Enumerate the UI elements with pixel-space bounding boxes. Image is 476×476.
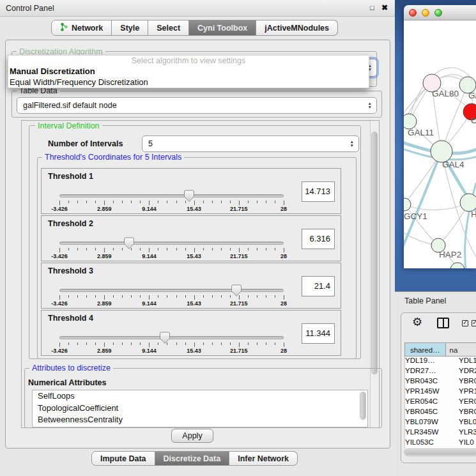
threshold-value-field[interactable]: 6.316	[302, 229, 335, 249]
column-header-shared-name[interactable]: shared…	[404, 342, 446, 357]
control-panel: Control Panel □ ✖ Network Style Select C…	[0, 0, 395, 476]
slider-tick	[86, 248, 87, 250]
network-window-titlebar	[404, 5, 476, 20]
table-cell-name: YER0	[456, 397, 476, 408]
GAL4-node[interactable]	[431, 141, 452, 162]
slider-tick	[230, 295, 231, 298]
table-row[interactable]: YDR27…YDR2	[404, 367, 476, 377]
slider-tick	[194, 295, 195, 300]
table-row[interactable]: YDL19…YDL1	[404, 357, 476, 367]
node-label: H	[471, 210, 476, 219]
threshold-slider-thumb[interactable]	[231, 284, 242, 297]
slider-tick-label: -3.426	[45, 348, 73, 354]
combo-arrows-icon: ▲▼	[368, 98, 372, 113]
GAL11-node[interactable]	[404, 114, 417, 129]
slider-tick	[185, 342, 186, 345]
network-edge	[404, 203, 469, 210]
threshold-slider-thumb[interactable]	[160, 332, 170, 344]
checkbox-icon[interactable]	[472, 320, 476, 326]
tab-jactivemnodules[interactable]: jActiveMNodules	[256, 20, 338, 36]
table-row[interactable]: YIL053CYIL0	[404, 438, 476, 449]
settings-vertical-scrollbar-thumb[interactable]	[371, 132, 378, 374]
table-row[interactable]: YLR345WYLR3	[404, 428, 476, 438]
tab-select[interactable]: Select	[148, 20, 189, 36]
tab-infer-network[interactable]: Infer Network	[229, 451, 298, 466]
number-of-intervals-value: 5	[148, 139, 153, 148]
slider-tick	[86, 295, 87, 298]
gear-icon[interactable]: ⚙	[412, 315, 422, 329]
slider-tick	[140, 201, 141, 203]
slider-tick-label: 9.144	[135, 253, 163, 259]
slider-tick	[104, 248, 105, 252]
tab-discretize-data[interactable]: Discretize Data	[155, 451, 230, 466]
attributes-group-label: Attributes to discretize	[29, 364, 113, 372]
attribute-list-item[interactable]: TopologicalCoefficient	[33, 403, 367, 415]
node-label: GCY1	[404, 211, 427, 221]
slider-tick	[212, 342, 213, 345]
tab-impute-data[interactable]: Impute Data	[91, 451, 155, 466]
attribute-list-item[interactable]: BetweennessCentrality	[33, 414, 367, 426]
float-icon[interactable]: □	[370, 4, 374, 12]
minimize-light-icon[interactable]	[422, 9, 429, 17]
cytoscape-desktop: GAL80GACGAL11GAL4GCY1HHAP2	[395, 0, 476, 291]
slider-tick	[248, 201, 249, 203]
slider-tick	[257, 248, 257, 250]
slider-tick	[68, 248, 69, 250]
attributes-list-scrollbar-thumb[interactable]	[360, 392, 366, 420]
columns-icon[interactable]	[437, 318, 449, 328]
slider-tick	[158, 295, 158, 298]
table-row[interactable]: YBR045CYBR0	[404, 408, 476, 418]
checkbox-icon[interactable]	[462, 320, 468, 326]
table-horizontal-scrollbar[interactable]	[404, 449, 476, 456]
slider-tick	[113, 342, 114, 345]
table-cell-name: YBR0	[456, 377, 476, 387]
table-row[interactable]: YBL079WYBL0	[404, 418, 476, 428]
number-of-intervals-combobox[interactable]: 5 ▲▼	[142, 135, 359, 152]
threshold-slider-track[interactable]	[59, 194, 284, 197]
tab-jactivemnodules-label: jActiveMNodules	[265, 24, 329, 33]
slider-tick	[212, 295, 213, 298]
column-header-name[interactable]: na	[446, 342, 476, 357]
slider-tick	[275, 295, 275, 298]
tab-style[interactable]: Style	[112, 20, 148, 36]
close-light-icon[interactable]	[409, 9, 417, 17]
threshold-label: Threshold 1	[48, 172, 93, 181]
table-row[interactable]: YPR145WYPR1	[404, 387, 476, 397]
threshold-value-field[interactable]: 11.344	[302, 323, 335, 344]
slider-tick	[104, 342, 105, 347]
right-edge-node[interactable]	[460, 194, 476, 211]
algorithm-option-manual[interactable]: Manual Discretization	[8, 66, 369, 77]
table-row[interactable]: YER054CYER0	[404, 397, 476, 408]
control-panel-titlebar: Control Panel □ ✖	[0, 0, 395, 17]
apply-button[interactable]: Apply	[171, 429, 213, 443]
close-icon[interactable]: ✖	[381, 3, 388, 12]
network-view-window[interactable]: GAL80GACGAL11GAL4GCY1HHAP2	[404, 5, 476, 268]
slider-tick	[176, 248, 177, 250]
threshold-slider-track[interactable]	[59, 242, 284, 245]
attribute-list-item[interactable]: SelfLoops	[33, 390, 367, 403]
top-tab-bar: Network Style Select Cyni Toolbox jActiv…	[51, 20, 338, 36]
numerical-attributes-list[interactable]: SelfLoopsTopologicalCoefficientBetweenne…	[32, 390, 368, 427]
threshold-slider-thumb[interactable]	[184, 190, 194, 203]
slider-tick	[239, 342, 240, 347]
tab-network[interactable]: Network	[51, 20, 112, 36]
threshold-value-field[interactable]: 14.713	[302, 181, 335, 202]
tab-cyni-toolbox[interactable]: Cyni Toolbox	[189, 20, 256, 36]
threshold-slider-thumb[interactable]	[124, 237, 134, 250]
threshold-slider-track[interactable]	[59, 336, 284, 339]
tab-style-label: Style	[120, 24, 139, 33]
GCY1-node[interactable]	[404, 198, 411, 211]
slider-tick	[122, 295, 123, 298]
table-horizontal-scrollbar-thumb[interactable]	[405, 450, 476, 455]
zoom-light-icon[interactable]	[434, 9, 442, 17]
algorithm-option-equal-width[interactable]: Equal Width/Frequency Discretization	[8, 77, 369, 88]
bottom-node[interactable]	[450, 263, 464, 268]
threshold-slider-track[interactable]	[59, 289, 284, 292]
network-canvas[interactable]: GAL80GACGAL11GAL4GCY1HHAP2	[404, 20, 476, 268]
threshold-value-field[interactable]: 21.4	[302, 276, 335, 296]
slider-tick	[239, 201, 240, 205]
slider-tick	[284, 201, 284, 205]
table-data-combobox[interactable]: galFiltered.sif default node ▲▼	[17, 97, 377, 114]
table-row[interactable]: YBR043CYBR0	[404, 377, 476, 387]
table-cell-name: YDL1	[456, 357, 476, 367]
